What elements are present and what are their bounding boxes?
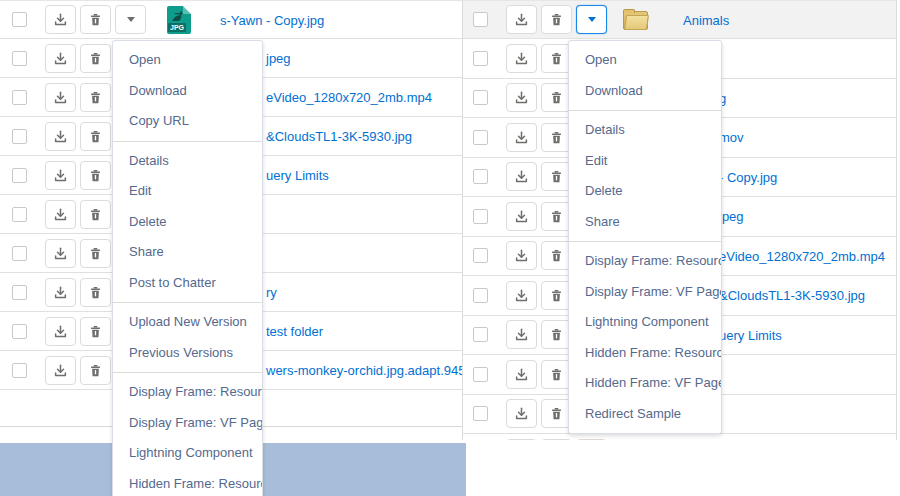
- menu-item[interactable]: Hidden Frame: Resource: [569, 338, 721, 369]
- row-checkbox[interactable]: [12, 90, 27, 105]
- file-name-link[interactable]: s-Yawn - Copy.jpg: [220, 12, 324, 27]
- menu-item[interactable]: Lightning Component: [113, 438, 262, 469]
- download-button[interactable]: [506, 241, 537, 270]
- row-checkbox[interactable]: [473, 288, 488, 303]
- delete-button[interactable]: [80, 83, 111, 112]
- menu-item[interactable]: Post to Chatter: [113, 268, 262, 299]
- download-button[interactable]: [45, 317, 76, 346]
- row-actions-dropdown-button[interactable]: [576, 5, 607, 34]
- menu-item[interactable]: Share: [569, 207, 721, 238]
- menu-item[interactable]: Display Frame: Resource: [113, 377, 262, 408]
- download-button[interactable]: [506, 281, 537, 310]
- row-checkbox[interactable]: [473, 51, 488, 66]
- row-checkbox[interactable]: [12, 285, 27, 300]
- download-button[interactable]: [45, 5, 76, 34]
- file-name-link-partial[interactable]: uery Limits: [266, 168, 329, 183]
- row-checkbox[interactable]: [473, 130, 488, 145]
- delete-button[interactable]: [80, 44, 111, 73]
- menu-item[interactable]: Edit: [569, 146, 721, 177]
- row-checkbox[interactable]: [473, 327, 488, 342]
- menu-item[interactable]: Download: [569, 76, 721, 107]
- download-button[interactable]: [506, 83, 537, 112]
- download-button[interactable]: [45, 278, 76, 307]
- menu-item[interactable]: Details: [113, 146, 262, 177]
- file-name-link-partial[interactable]: wers-monkey-orchid.jpg.adapt.945.: [266, 363, 469, 378]
- delete-button[interactable]: [541, 439, 572, 440]
- file-name-link-partial[interactable]: jpeg: [266, 51, 291, 66]
- row-checkbox[interactable]: [12, 12, 27, 27]
- menu-item[interactable]: Open: [113, 45, 262, 76]
- row-checkbox[interactable]: [12, 207, 27, 222]
- row-checkbox[interactable]: [473, 209, 488, 224]
- file-name-link-partial[interactable]: &CloudsTL1-3K-5930.jpg: [266, 129, 412, 144]
- download-button[interactable]: [45, 83, 76, 112]
- download-button[interactable]: [506, 360, 537, 389]
- file-name-link-partial[interactable]: eVideo_1280x720_2mb.mp4: [719, 248, 885, 263]
- file-name-link-partial[interactable]: eVideo_1280x720_2mb.mp4: [266, 90, 432, 105]
- menu-item[interactable]: Delete: [113, 207, 262, 238]
- row-checkbox[interactable]: [12, 129, 27, 144]
- download-button[interactable]: [506, 5, 537, 34]
- menu-item[interactable]: Redirect Sample: [569, 399, 721, 430]
- delete-button[interactable]: [80, 5, 111, 34]
- menu-item[interactable]: Display Frame: VF Page: [569, 277, 721, 308]
- menu-item[interactable]: Display Frame: VF Page: [113, 408, 262, 439]
- menu-item[interactable]: Delete: [569, 176, 721, 207]
- row-checkbox[interactable]: [12, 363, 27, 378]
- file-name-link-partial[interactable]: ry: [266, 285, 277, 300]
- download-button[interactable]: [506, 123, 537, 152]
- trash-icon: [549, 209, 564, 224]
- row-actions-dropdown-button[interactable]: [576, 439, 607, 440]
- delete-button[interactable]: [80, 200, 111, 229]
- row-checkbox[interactable]: [12, 168, 27, 183]
- file-name-link[interactable]: Animals: [683, 12, 729, 27]
- row-checkbox[interactable]: [473, 406, 488, 421]
- file-name-link-partial[interactable]: test folder: [266, 324, 323, 339]
- download-button[interactable]: [506, 399, 537, 428]
- row-checkbox[interactable]: [12, 324, 27, 339]
- menu-item[interactable]: Open: [569, 45, 721, 76]
- menu-item[interactable]: Upload New Version: [113, 307, 262, 338]
- menu-item[interactable]: Details: [569, 115, 721, 146]
- delete-button[interactable]: [80, 278, 111, 307]
- file-name-link-partial[interactable]: &CloudsTL1-3K-5930.jpg: [719, 288, 865, 303]
- download-button[interactable]: [45, 356, 76, 385]
- row-checkbox[interactable]: [473, 248, 488, 263]
- row-checkbox[interactable]: [473, 12, 488, 27]
- download-button[interactable]: [506, 439, 537, 440]
- menu-item[interactable]: Hidden Frame: Resource: [113, 469, 262, 496]
- download-button[interactable]: [45, 239, 76, 268]
- download-button[interactable]: [506, 44, 537, 73]
- delete-button[interactable]: [80, 122, 111, 151]
- row-checkbox[interactable]: [12, 51, 27, 66]
- menu-item[interactable]: Copy URL: [113, 106, 262, 137]
- menu-item[interactable]: Lightning Component: [569, 307, 721, 338]
- download-button[interactable]: [506, 162, 537, 191]
- download-button[interactable]: [45, 161, 76, 190]
- download-button[interactable]: [506, 202, 537, 231]
- row-checkbox[interactable]: [473, 367, 488, 382]
- file-name-link-partial[interactable]: mov: [719, 130, 744, 145]
- menu-item[interactable]: Share: [113, 237, 262, 268]
- menu-item[interactable]: Edit: [113, 176, 262, 207]
- delete-button[interactable]: [80, 317, 111, 346]
- menu-item[interactable]: Download: [113, 76, 262, 107]
- row-actions-dropdown-button[interactable]: [115, 5, 146, 34]
- download-button[interactable]: [45, 44, 76, 73]
- row-checkbox[interactable]: [473, 169, 488, 184]
- menu-item[interactable]: Hidden Frame: VF Page: [569, 368, 721, 399]
- row-checkbox[interactable]: [473, 90, 488, 105]
- delete-button[interactable]: [80, 161, 111, 190]
- download-button[interactable]: [506, 320, 537, 349]
- download-button[interactable]: [45, 122, 76, 151]
- menu-item[interactable]: Display Frame: Resource: [569, 246, 721, 277]
- delete-button[interactable]: [80, 356, 111, 385]
- file-name-link-partial[interactable]: jpeg: [719, 209, 744, 224]
- row-checkbox[interactable]: [12, 246, 27, 261]
- file-name-link-partial[interactable]: - Copy.jpg: [719, 169, 777, 184]
- delete-button[interactable]: [541, 5, 572, 34]
- download-button[interactable]: [45, 200, 76, 229]
- menu-item[interactable]: Previous Versions: [113, 338, 262, 369]
- file-name-link-partial[interactable]: uery Limits: [719, 327, 782, 342]
- delete-button[interactable]: [80, 239, 111, 268]
